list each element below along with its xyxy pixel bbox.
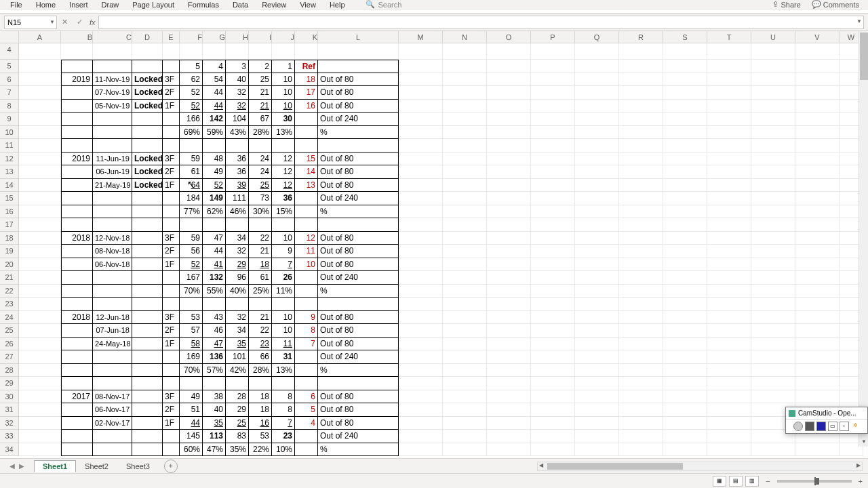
cell[interactable]: [132, 390, 163, 404]
cell[interactable]: [531, 258, 575, 272]
cell[interactable]: [132, 60, 163, 73]
cell[interactable]: 166: [180, 113, 203, 126]
cell[interactable]: [93, 364, 132, 378]
cell[interactable]: [531, 192, 575, 205]
cell[interactable]: [531, 324, 575, 338]
cell[interactable]: [249, 298, 272, 311]
cell[interactable]: [531, 179, 575, 192]
cell[interactable]: [487, 311, 531, 325]
cell[interactable]: [487, 285, 531, 298]
row-header[interactable]: 4: [0, 43, 19, 60]
col-header[interactable]: T: [707, 31, 751, 43]
cell[interactable]: [487, 430, 531, 443]
cell[interactable]: [487, 100, 531, 113]
cell[interactable]: 21-May-19: [93, 179, 132, 192]
col-header[interactable]: B: [61, 31, 93, 43]
cell[interactable]: Out of 240: [318, 113, 399, 126]
cell[interactable]: Out of 80: [318, 403, 399, 417]
cell[interactable]: [663, 443, 707, 457]
cell[interactable]: [751, 165, 795, 179]
cell[interactable]: 22%: [249, 443, 272, 457]
cell[interactable]: [443, 403, 487, 417]
cell[interactable]: [399, 179, 443, 192]
add-sheet-button[interactable]: +: [164, 460, 178, 473]
cell[interactable]: 40%: [226, 285, 249, 298]
cell[interactable]: [575, 417, 619, 430]
cell[interactable]: [531, 350, 575, 364]
cell[interactable]: [751, 390, 795, 404]
cell[interactable]: 12-Nov-18: [93, 232, 132, 245]
tab-data[interactable]: Data: [226, 1, 255, 9]
cell[interactable]: 24: [249, 165, 272, 179]
cell[interactable]: [61, 100, 93, 113]
cell[interactable]: [575, 377, 619, 390]
cell[interactable]: [132, 271, 163, 285]
cell[interactable]: [619, 218, 663, 232]
cell[interactable]: Out of 80: [318, 100, 399, 113]
row-header[interactable]: 25: [0, 324, 19, 338]
cell[interactable]: [399, 364, 443, 378]
name-box[interactable]: N15 ▼: [4, 16, 57, 29]
cell[interactable]: 184: [180, 192, 203, 205]
cell[interactable]: [19, 165, 61, 179]
row-header[interactable]: 34: [0, 443, 19, 457]
cell[interactable]: [575, 43, 619, 60]
cell[interactable]: [443, 60, 487, 73]
cell[interactable]: 34: [226, 232, 249, 245]
cell[interactable]: [132, 443, 163, 457]
cell[interactable]: [295, 443, 318, 457]
cell[interactable]: 2018: [61, 311, 93, 325]
cell[interactable]: [19, 403, 61, 417]
cell[interactable]: [795, 258, 840, 272]
cell[interactable]: 49: [180, 390, 203, 404]
cell[interactable]: 70%: [180, 364, 203, 378]
cell[interactable]: [619, 245, 663, 258]
cell[interactable]: [61, 258, 93, 272]
cell[interactable]: [443, 73, 487, 87]
cell[interactable]: [487, 271, 531, 285]
cell[interactable]: [751, 350, 795, 364]
cell[interactable]: [795, 338, 840, 351]
cell[interactable]: [707, 338, 751, 351]
cell[interactable]: [226, 377, 249, 390]
cell[interactable]: [531, 218, 575, 232]
cell[interactable]: [399, 192, 443, 205]
cell[interactable]: [795, 271, 840, 285]
cell[interactable]: [443, 377, 487, 390]
row-header[interactable]: 29: [0, 377, 19, 390]
cell[interactable]: [295, 139, 318, 152]
share-button[interactable]: ⇪Share: [767, 0, 806, 9]
cell[interactable]: [575, 338, 619, 351]
cell[interactable]: 24: [249, 152, 272, 166]
cell[interactable]: [443, 86, 487, 100]
cell[interactable]: [226, 139, 249, 152]
cell[interactable]: [272, 43, 295, 60]
cell[interactable]: 05-Nov-19: [93, 100, 132, 113]
cell[interactable]: [707, 165, 751, 179]
cell[interactable]: 10: [272, 324, 295, 338]
cell[interactable]: 31: [272, 350, 295, 364]
cell[interactable]: [93, 126, 132, 140]
chevron-down-icon[interactable]: ▼: [856, 18, 862, 24]
cell[interactable]: 2019: [61, 152, 93, 166]
cell[interactable]: [751, 86, 795, 100]
cell[interactable]: [707, 443, 751, 457]
cell[interactable]: [531, 113, 575, 126]
cell[interactable]: [531, 298, 575, 311]
cell[interactable]: [180, 377, 203, 390]
cell[interactable]: 15: [295, 152, 318, 166]
cell[interactable]: [575, 443, 619, 457]
cell[interactable]: [487, 179, 531, 192]
cell[interactable]: [751, 285, 795, 298]
cell[interactable]: 59: [180, 232, 203, 245]
cell[interactable]: 69%: [180, 126, 203, 140]
cell[interactable]: [619, 338, 663, 351]
cell[interactable]: 101: [226, 350, 249, 364]
cell[interactable]: 44: [203, 100, 226, 113]
cell[interactable]: 59: [180, 152, 203, 166]
cell[interactable]: Out of 80: [318, 73, 399, 87]
cell[interactable]: [93, 139, 132, 152]
cell[interactable]: Out of 240: [318, 192, 399, 205]
cell[interactable]: 111: [226, 192, 249, 205]
row-header[interactable]: 24: [0, 311, 19, 325]
